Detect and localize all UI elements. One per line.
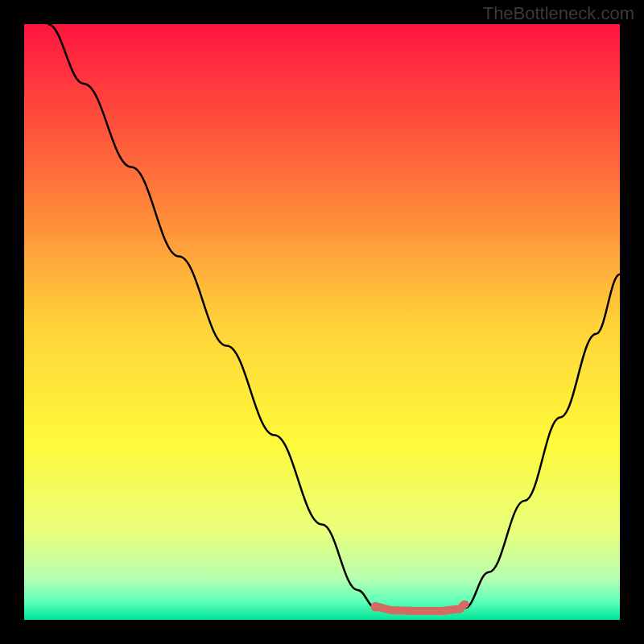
- watermark-text: TheBottleneck.com: [483, 3, 634, 24]
- plot-area: [24, 24, 620, 620]
- curve-layer: [24, 24, 620, 620]
- right-curve: [465, 275, 620, 608]
- highlight-start-dot: [371, 602, 381, 612]
- chart-container: TheBottleneck.com: [0, 0, 644, 644]
- left-curve: [48, 24, 376, 608]
- highlight-curve: [376, 605, 465, 611]
